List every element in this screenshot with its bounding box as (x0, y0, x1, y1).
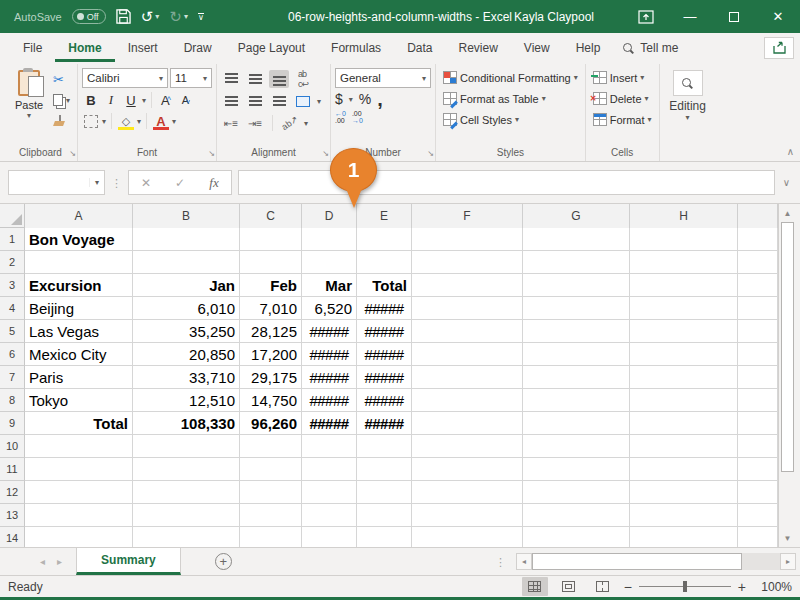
cell-E11[interactable] (357, 458, 412, 481)
cell-D5[interactable]: ##### (302, 320, 357, 343)
cell-G6[interactable] (523, 343, 630, 366)
scroll-left-icon[interactable]: ◂ (516, 553, 532, 570)
cell-E3[interactable]: Total (357, 274, 412, 297)
underline-dropdown-icon[interactable]: ▾ (142, 96, 146, 105)
horizontal-scroll-track[interactable] (742, 553, 780, 570)
cell-E2[interactable] (357, 251, 412, 274)
tab-draw[interactable]: Draw (171, 36, 225, 62)
cell-D3[interactable]: Mar (302, 274, 357, 297)
cell-A6[interactable]: Mexico City (25, 343, 133, 366)
cell-F14[interactable] (412, 527, 523, 547)
cell-B11[interactable] (133, 458, 240, 481)
zoom-in-button[interactable]: + (738, 580, 746, 594)
comma-style-button[interactable]: , (377, 94, 383, 104)
bold-button[interactable]: B (82, 91, 100, 109)
cell-G9[interactable] (523, 412, 630, 435)
save-button[interactable] (116, 9, 131, 24)
column-header-B[interactable]: B (133, 204, 240, 228)
cell-D7[interactable]: ##### (302, 366, 357, 389)
tab-split-grip[interactable]: ⋮ (495, 558, 506, 566)
name-box[interactable]: ▾ (8, 170, 105, 195)
cell-partial4[interactable] (738, 297, 778, 320)
scroll-right-icon[interactable]: ▸ (780, 553, 796, 570)
merge-dropdown-icon[interactable]: ▾ (317, 97, 321, 106)
cell-C11[interactable] (240, 458, 302, 481)
cell-partial12[interactable] (738, 481, 778, 504)
cell-E10[interactable] (357, 435, 412, 458)
row-header-14[interactable]: 14 (0, 527, 25, 547)
currency-dropdown-icon[interactable]: ▾ (349, 95, 353, 104)
formula-bar-grip[interactable]: ⋮ (111, 179, 122, 187)
ribbon-display-options-button[interactable] (624, 0, 668, 33)
editing-button[interactable]: Editing ▾ (664, 66, 712, 161)
column-header-G[interactable]: G (523, 204, 630, 228)
zoom-out-button[interactable]: − (624, 580, 632, 594)
row-header-2[interactable]: 2 (0, 251, 25, 274)
normal-view-button[interactable] (522, 577, 548, 596)
increase-decimal-button[interactable]: ←0.00 (335, 110, 346, 124)
autosave-toggle[interactable]: Off (72, 9, 106, 24)
cell-C5[interactable]: 28,125 (240, 320, 302, 343)
cell-F1[interactable] (412, 228, 523, 251)
cut-button[interactable]: ✂ (50, 72, 73, 87)
cell-partial6[interactable] (738, 343, 778, 366)
zoom-slider-handle[interactable] (683, 581, 687, 592)
row-header-4[interactable]: 4 (0, 297, 25, 320)
italic-button[interactable]: I (102, 91, 120, 109)
cell-G2[interactable] (523, 251, 630, 274)
cell-A1[interactable]: Bon Voyage (25, 228, 133, 251)
cell-H12[interactable] (630, 481, 738, 504)
cell-G13[interactable] (523, 504, 630, 527)
cell-A7[interactable]: Paris (25, 366, 133, 389)
font-size-select[interactable]: 11▾ (170, 68, 212, 88)
cell-D10[interactable] (302, 435, 357, 458)
cell-F10[interactable] (412, 435, 523, 458)
vertical-scrollbar[interactable]: ▲ ▼ (778, 204, 796, 547)
cell-D12[interactable] (302, 481, 357, 504)
cancel-formula-button[interactable]: ✕ (129, 176, 163, 190)
top-align-button[interactable] (221, 70, 241, 88)
row-header-3[interactable]: 3 (0, 274, 25, 297)
align-left-button[interactable] (221, 92, 241, 110)
cell-H5[interactable] (630, 320, 738, 343)
conditional-formatting-button[interactable]: Conditional Formatting▾ (440, 69, 581, 86)
cell-G11[interactable] (523, 458, 630, 481)
sheet-tab-summary[interactable]: Summary (76, 548, 181, 575)
cell-E12[interactable] (357, 481, 412, 504)
cell-D8[interactable]: ##### (302, 389, 357, 412)
cell-D1[interactable] (302, 228, 357, 251)
paste-dropdown-icon[interactable]: ▾ (27, 111, 31, 120)
cell-G8[interactable] (523, 389, 630, 412)
borders-button[interactable] (82, 112, 100, 130)
cell-partial2[interactable] (738, 251, 778, 274)
cell-C12[interactable] (240, 481, 302, 504)
cell-C10[interactable] (240, 435, 302, 458)
scroll-down-icon[interactable]: ▼ (779, 529, 796, 547)
copy-button[interactable]: ▾ (50, 92, 73, 108)
format-cells-button[interactable]: Format▾ (590, 111, 655, 128)
cell-G10[interactable] (523, 435, 630, 458)
cell-C2[interactable] (240, 251, 302, 274)
cell-F6[interactable] (412, 343, 523, 366)
cell-F3[interactable] (412, 274, 523, 297)
select-all-button[interactable] (0, 204, 25, 227)
cell-styles-button[interactable]: Cell Styles▾ (440, 111, 581, 128)
cell-E8[interactable]: ##### (357, 389, 412, 412)
cell-partial14[interactable] (738, 527, 778, 547)
cell-G1[interactable] (523, 228, 630, 251)
row-header-13[interactable]: 13 (0, 504, 25, 527)
cell-A11[interactable] (25, 458, 133, 481)
column-header-A[interactable]: A (25, 204, 133, 228)
cell-A9[interactable]: Total (25, 412, 133, 435)
tab-data[interactable]: Data (394, 36, 445, 62)
cell-A2[interactable] (25, 251, 133, 274)
cell-B9[interactable]: 108,330 (133, 412, 240, 435)
cell-D11[interactable] (302, 458, 357, 481)
cell-partial8[interactable] (738, 389, 778, 412)
cell-partial11[interactable] (738, 458, 778, 481)
orientation-button[interactable]: ab↗ (280, 114, 300, 132)
row-header-11[interactable]: 11 (0, 458, 25, 481)
delete-cells-button[interactable]: Delete▾ (590, 90, 655, 107)
next-sheet-icon[interactable]: ▸ (57, 556, 62, 567)
cell-D14[interactable] (302, 527, 357, 547)
